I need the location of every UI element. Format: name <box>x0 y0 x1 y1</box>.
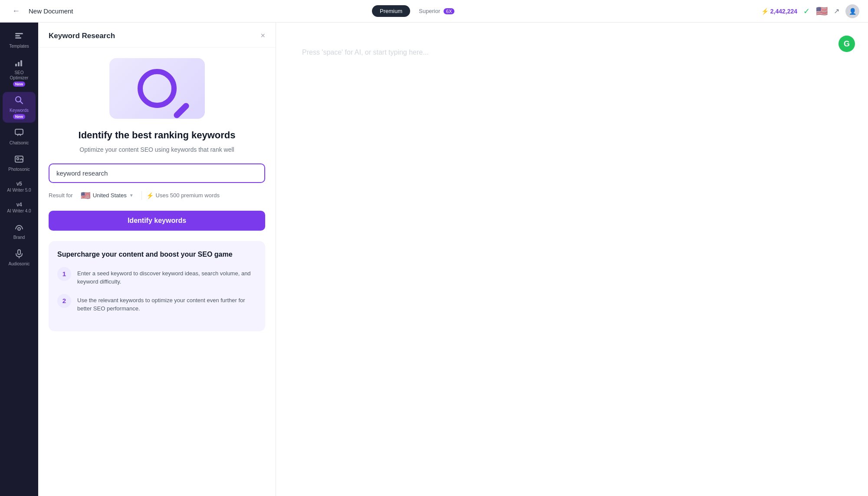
tab-superior[interactable]: Superior 6X <box>411 5 462 17</box>
chatsonic-label: Chatsonic <box>10 140 29 146</box>
svg-rect-2 <box>15 37 21 39</box>
ai-writer-5-label: AI Writer 5.0 <box>7 188 31 193</box>
keyword-research-panel: Keyword Research × Identify the best ran… <box>38 23 276 496</box>
boost-card: Supercharge your content and boost your … <box>49 241 265 331</box>
chatsonic-icon <box>14 128 24 140</box>
sidebar-item-seo-optimizer[interactable]: SEO Optimizer New <box>3 54 36 90</box>
svg-point-10 <box>17 158 19 160</box>
main-area: Templates SEO Optimizer New Keywords <box>0 23 868 496</box>
seo-new-badge: New <box>13 82 26 87</box>
premium-note-text: Uses 500 premium words <box>156 192 220 199</box>
illustration <box>49 58 265 119</box>
svg-rect-0 <box>15 33 23 34</box>
check-icon: ✓ <box>803 7 810 16</box>
step-1: 1 Enter a seed keyword to discover keywo… <box>57 267 256 286</box>
brand-label: Brand <box>13 235 25 240</box>
svg-rect-12 <box>18 250 20 255</box>
country-flag-header: 🇺🇸 <box>816 6 828 17</box>
svg-rect-5 <box>20 60 22 66</box>
premium-note: ⚡ Uses 500 premium words <box>146 192 220 199</box>
search-circle <box>138 69 177 108</box>
svg-point-11 <box>18 228 20 230</box>
back-button[interactable]: ← <box>9 5 23 17</box>
svg-rect-3 <box>15 64 17 66</box>
sidebar-item-templates[interactable]: Templates <box>3 28 36 52</box>
editor-placeholder: Press 'space' for AI, or start typing he… <box>302 49 842 56</box>
sidebar-item-ai-writer-4[interactable]: v4 AI Writer 4.0 <box>3 198 36 217</box>
keywords-icon <box>14 95 24 107</box>
photosonic-icon <box>14 154 24 166</box>
seo-label: SEO Optimizer <box>5 70 33 81</box>
keywords-label: Keywords <box>10 108 29 113</box>
panel-title: Keyword Research <box>49 32 115 40</box>
credits-display: ⚡ 2,442,224 <box>761 8 797 15</box>
photosonic-label: Photosonic <box>8 167 30 172</box>
header-tabs: Premium Superior 6X <box>372 5 462 17</box>
header: ← New Document Premium Superior 6X ⚡ 2,4… <box>0 0 868 23</box>
svg-rect-4 <box>18 62 20 66</box>
step-2-text: Use the relevant keywords to optimize yo… <box>77 294 256 313</box>
bolt-icon: ⚡ <box>146 192 154 199</box>
audiosonic-icon <box>14 249 24 261</box>
ai-writer-5-icon: v5 <box>16 181 22 187</box>
panel-header: Keyword Research × <box>38 23 276 48</box>
grammarly-button[interactable]: G <box>838 36 855 52</box>
panel-subtext: Optimize your content SEO using keywords… <box>49 146 265 153</box>
audiosonic-label: Audiosonic <box>9 261 30 267</box>
superior-badge: 6X <box>444 8 454 14</box>
search-illustration <box>138 69 177 108</box>
brand-icon <box>14 222 24 234</box>
divider <box>141 191 142 200</box>
editor-area[interactable]: Press 'space' for AI, or start typing he… <box>276 23 868 496</box>
templates-icon <box>14 31 24 43</box>
country-flag-icon: 🇺🇸 <box>81 191 90 200</box>
document-title: New Document <box>29 7 73 15</box>
keywords-new-badge: New <box>13 114 26 119</box>
ai-writer-4-icon: v4 <box>16 202 22 208</box>
ai-writer-4-label: AI Writer 4.0 <box>7 209 31 214</box>
svg-rect-1 <box>15 35 20 36</box>
svg-line-7 <box>20 101 23 104</box>
share-button[interactable]: ↗ <box>834 7 839 15</box>
sidebar-item-chatsonic[interactable]: Chatsonic <box>3 124 36 149</box>
header-right: ⚡ 2,442,224 ✓ 🇺🇸 ↗ 👤 <box>761 4 859 18</box>
templates-label: Templates <box>9 44 29 49</box>
step-2: 2 Use the relevant keywords to optimize … <box>57 294 256 313</box>
seo-optimizer-icon <box>14 58 24 69</box>
result-row: Result for 🇺🇸 United States ▼ ⚡ Uses 500… <box>49 189 265 202</box>
sidebar-item-audiosonic[interactable]: Audiosonic <box>3 245 36 270</box>
panel-headline: Identify the best ranking keywords <box>49 129 265 142</box>
avatar[interactable]: 👤 <box>845 4 859 18</box>
sidebar-item-keywords[interactable]: Keywords New <box>3 92 36 123</box>
close-panel-button[interactable]: × <box>260 31 265 40</box>
keyword-search-input[interactable] <box>49 163 265 183</box>
boost-title: Supercharge your content and boost your … <box>57 250 256 259</box>
country-name: United States <box>93 192 127 199</box>
sidebar-item-photosonic[interactable]: Photosonic <box>3 151 36 176</box>
result-label: Result for <box>49 192 73 199</box>
step-1-text: Enter a seed keyword to discover keyword… <box>77 267 256 286</box>
illustration-box <box>109 58 205 119</box>
chevron-down-icon: ▼ <box>129 193 134 198</box>
country-selector[interactable]: 🇺🇸 United States ▼ <box>77 189 137 202</box>
tab-premium[interactable]: Premium <box>372 5 410 17</box>
step-2-number: 2 <box>57 294 71 308</box>
sidebar-item-brand[interactable]: Brand <box>3 219 36 244</box>
search-handle <box>172 101 190 119</box>
step-1-number: 1 <box>57 267 71 281</box>
sidebar-item-ai-writer-5[interactable]: v5 AI Writer 5.0 <box>3 177 36 196</box>
panel-content: Identify the best ranking keywords Optim… <box>38 48 276 496</box>
header-left: ← New Document <box>9 5 73 17</box>
sidebar: Templates SEO Optimizer New Keywords <box>0 23 38 496</box>
identify-keywords-button[interactable]: Identify keywords <box>49 211 265 231</box>
